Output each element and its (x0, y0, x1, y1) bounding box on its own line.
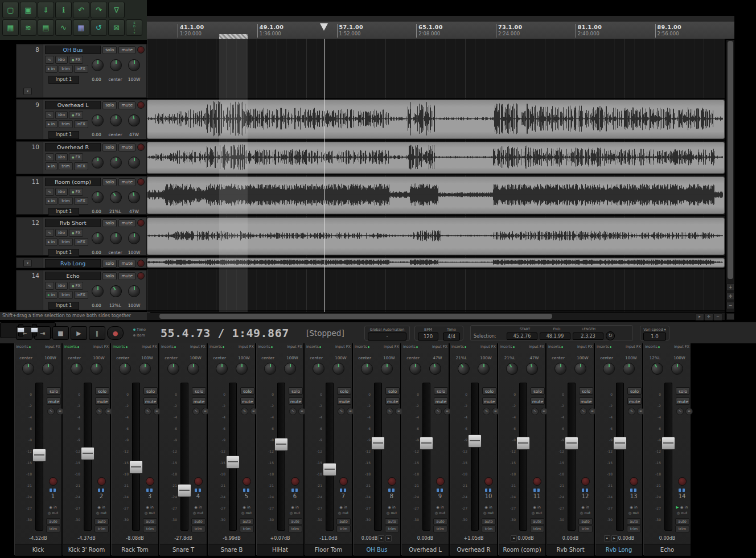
varispeed-value[interactable]: 1.0 (643, 333, 666, 340)
strip-trim-button[interactable]: trim (433, 526, 447, 532)
strip-auto-button[interactable]: auto (336, 518, 351, 525)
track-panel-echo[interactable]: 14Echosolomute∿i⊘o● FX▸ intriminFXInput … (16, 270, 147, 310)
track-number-gutter[interactable]: ▾ (17, 258, 43, 268)
strip-width-knob[interactable] (525, 362, 539, 376)
strip-record-arm-button[interactable] (581, 477, 590, 486)
routing-icon[interactable] (340, 489, 346, 492)
track-panel-room-comp-[interactable]: 11Room (comp)solomute∿i⊘o● FX▸ intriminF… (16, 176, 147, 215)
strip-output-button[interactable]: ◎ out (528, 510, 545, 516)
strip-track-number[interactable]: 6 (286, 493, 303, 499)
track-input-monitor-button[interactable]: ▸ in (45, 120, 57, 128)
record-button[interactable]: ● (107, 326, 124, 340)
strip-mute-button[interactable]: mute (95, 397, 109, 405)
strip-output-button[interactable]: ◎ out (480, 510, 497, 516)
routing-icon[interactable] (98, 489, 104, 492)
phase-icon[interactable]: ∿ (434, 408, 442, 415)
input-fx-button[interactable]: input FX (529, 345, 544, 349)
mixer-strip-rack-tom[interactable]: insertsinput FXcenter100W0-2-4-6-9-12-15… (111, 343, 159, 555)
mixer-strip-kick[interactable]: insertsinput FXcenter100W0-2-4-6-9-12-15… (14, 343, 62, 555)
routing-icon[interactable] (195, 489, 201, 492)
input-fx-button[interactable]: input FX (432, 345, 447, 349)
inserts-button[interactable]: inserts (16, 345, 31, 349)
width-knob[interactable] (128, 232, 140, 244)
strip-width-knob[interactable] (671, 363, 683, 375)
phase-icon[interactable]: ∿ (676, 408, 684, 415)
strip-track-number[interactable]: 12 (577, 493, 594, 499)
play-cursor[interactable] (324, 39, 324, 312)
strip-solo-button[interactable]: solo (240, 387, 254, 395)
strip-pan-value[interactable]: 21%L (502, 356, 518, 360)
strip-pan-knob[interactable] (313, 363, 324, 375)
strip-pan-knob[interactable] (649, 360, 665, 377)
vertical-scrollbar[interactable]: + ✛ − (726, 40, 734, 312)
fader-thumb[interactable] (371, 437, 385, 450)
strip-width-value[interactable]: 47W (527, 356, 543, 360)
strip-auto-button[interactable]: auto (240, 518, 254, 525)
strip-solo-button[interactable]: solo (143, 387, 158, 395)
mixer-strip-snare-b[interactable]: insertsinput FXcenter100W0-2-4-6-9-12-15… (208, 343, 256, 555)
strip-pan-knob[interactable] (22, 363, 34, 375)
strip-io-buttons[interactable]: ◉ in◎ out (625, 504, 642, 516)
strip-width-value[interactable]: 100W (43, 356, 59, 360)
track-number-gutter[interactable]: 11 (17, 177, 43, 214)
strip-input-button[interactable]: ◉ in (480, 504, 497, 510)
fader-thumb[interactable] (129, 461, 143, 474)
track-infx-button[interactable]: inFX (74, 162, 88, 170)
track-input-monitor-button[interactable]: ▸ in (45, 197, 57, 205)
track-trim-button[interactable]: trim (59, 65, 72, 73)
track-input-selector[interactable]: Input 1 (48, 131, 79, 139)
folder-indicator-icon[interactable]: ▶ (611, 535, 618, 541)
strip-mute-button[interactable]: mute (627, 397, 642, 405)
strip-mute-button[interactable]: mute (337, 397, 351, 405)
fader-thumb[interactable] (323, 463, 336, 476)
strip-solo-button[interactable]: solo (482, 387, 496, 395)
strip-pan-knob[interactable] (167, 363, 179, 375)
track-mute-button[interactable]: mute (118, 178, 135, 186)
track-panel-oh-bus[interactable]: 8▾OH Bussolomute∿i⊘o● FX▸ intriminFXInpu… (16, 44, 147, 98)
track-input-monitor-button[interactable]: ▸ in (45, 162, 57, 170)
strip-volume-readout[interactable]: +0.07dB (257, 535, 303, 543)
strip-io-buttons[interactable]: ◉ in◎ out (44, 504, 61, 516)
fader-groove[interactable] (277, 383, 285, 531)
strip-track-number[interactable]: 11 (528, 493, 545, 499)
track-envelope-button[interactable]: ∿ (45, 188, 54, 196)
strip-input-button[interactable]: ◉ in (286, 504, 303, 510)
strip-pan-knob[interactable] (603, 363, 615, 375)
strip-width-value[interactable]: 100W (285, 356, 301, 360)
strip-auto-button[interactable]: auto (627, 518, 641, 525)
save-project-icon[interactable]: ⇓ (38, 2, 54, 18)
fader-groove[interactable] (568, 383, 576, 531)
strip-input-button[interactable]: ◉ in (528, 504, 545, 510)
inserts-button[interactable]: inserts (161, 345, 176, 349)
track-trim-button[interactable]: trim (59, 238, 72, 246)
strip-volume-readout[interactable]: ▪▶0.00dB (595, 535, 642, 543)
strip-pan-value[interactable]: center (163, 356, 179, 360)
time-item-toggle[interactable]: Time Item (133, 327, 146, 338)
strip-input-button[interactable]: ◉ in (141, 504, 158, 510)
strip-record-arm-button[interactable] (630, 477, 638, 486)
track-infx-button[interactable]: inFX (74, 238, 88, 246)
lock-icon[interactable]: ⊠ (108, 19, 125, 36)
strip-auto-button[interactable]: auto (578, 518, 593, 525)
strip-mute-button[interactable]: mute (192, 397, 206, 405)
strip-output-button[interactable]: ◎ out (44, 510, 61, 516)
mixer-strip-rvb-short[interactable]: insertsinput FXcenter100W0-2-4-6-9-12-15… (547, 343, 594, 555)
fader-thumb[interactable] (662, 437, 675, 450)
track-name-field[interactable]: Rvb Short (45, 219, 101, 227)
track-number-gutter[interactable]: 10 (17, 142, 43, 174)
track-pan-value[interactable]: center (106, 250, 125, 255)
track-width-value[interactable]: 100W (125, 77, 143, 82)
strip-output-button[interactable]: ◎ out (286, 510, 303, 516)
track-envelope-button[interactable]: ∿ (45, 229, 54, 237)
track-trim-button[interactable]: trim (59, 120, 72, 128)
folder-indicator-icon[interactable]: ▶ (385, 535, 392, 541)
track-solo-button[interactable]: solo (102, 260, 117, 268)
pan-knob[interactable] (108, 283, 124, 299)
track-mute-button[interactable]: mute (118, 260, 135, 268)
inserts-button[interactable]: inserts (355, 345, 369, 349)
strip-input-button[interactable]: ◉ in (238, 504, 255, 510)
strip-solo-button[interactable]: solo (47, 387, 61, 395)
vertical-scroll-thumb[interactable] (728, 41, 733, 279)
track-solo-button[interactable]: solo (102, 46, 117, 54)
track-fx-button[interactable]: ● FX (69, 229, 83, 237)
